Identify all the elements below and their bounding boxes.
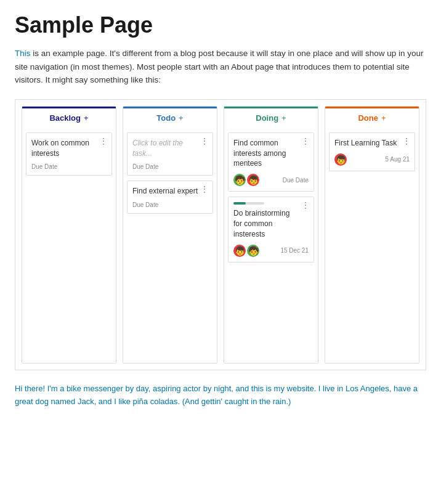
column-done-add[interactable]: + [381,113,386,123]
card-backlog-1-due: Due Date [31,163,57,170]
page-title: Sample Page [15,12,426,38]
kanban-board: Backlog + Work on common interests ⋮ Due… [15,99,426,370]
card-todo-1-title: Click to edit the task... [132,138,208,159]
card-done-1-date: 5 Aug 21 [386,156,410,163]
column-doing: Doing + Find common interests among ment… [224,106,318,364]
column-doing-label: Doing [256,113,278,123]
card-doing-1-menu[interactable]: ⋮ [301,137,310,145]
column-todo-body: Click to edit the task... ⋮ Due Date Fin… [123,128,217,363]
card-done-1[interactable]: First Learning Task ⋮ 👦 5 Aug 21 [329,132,415,171]
card-backlog-1-menu[interactable]: ⋮ [99,137,108,145]
card-todo-2-menu[interactable]: ⋮ [200,185,209,193]
card-doing-2-avatars: 👦 🧒 [233,245,259,257]
column-doing-header: Doing + [224,107,318,128]
card-done-1-footer: 👦 5 Aug 21 [334,153,410,166]
card-doing-2-progress-fill [233,202,246,205]
card-doing-2-menu[interactable]: ⋮ [301,201,310,209]
card-todo-2-footer: Due Date [132,201,208,208]
card-todo-1[interactable]: Click to edit the task... ⋮ Due Date [127,132,213,176]
column-todo-label: Todo [156,113,176,123]
card-todo-1-due: Due Date [132,163,158,170]
avatar-5: 👦 [334,153,347,166]
column-backlog-body: Work on common interests ⋮ Due Date [22,128,116,363]
card-done-1-menu[interactable]: ⋮ [402,137,411,145]
card-todo-1-footer: Due Date [132,163,208,170]
intro-text-body: is an example page. It's different from … [15,49,423,84]
card-todo-1-menu[interactable]: ⋮ [200,137,209,145]
card-doing-1[interactable]: Find common interests among mentees ⋮ 🧒 … [228,132,314,192]
card-todo-2-title: Find external expert [132,186,208,197]
card-doing-1-footer: 🧒 👦 Due Date [233,174,309,186]
avatar-1: 🧒 [233,174,246,186]
card-doing-2-title: Do brainstorming for common insterests [233,208,309,239]
avatar-3: 👦 [233,245,246,257]
card-backlog-1-title: Work on common interests [31,138,107,159]
intro-paragraph: This is an example page. It's different … [15,47,426,87]
card-todo-2[interactable]: Find external expert ⋮ Due Date [127,181,213,214]
card-doing-2-date: 15 Dec 21 [280,247,309,254]
intro-link[interactable]: This [15,49,31,58]
card-backlog-1[interactable]: Work on common interests ⋮ Due Date [26,132,112,176]
column-done: Done + First Learning Task ⋮ 👦 5 Aug 21 [325,106,419,364]
column-doing-body: Find common interests among mentees ⋮ 🧒 … [224,128,318,363]
column-todo: Todo + Click to edit the task... ⋮ Due D… [123,106,217,364]
card-doing-2-progress-bar [233,202,264,205]
column-todo-add[interactable]: + [179,113,184,123]
card-todo-2-due: Due Date [132,201,158,208]
card-doing-2-footer: 👦 🧒 15 Dec 21 [233,245,309,257]
card-done-1-avatars: 👦 [334,153,347,166]
column-doing-add[interactable]: + [281,113,286,123]
column-backlog-label: Backlog [49,113,81,123]
column-backlog: Backlog + Work on common interests ⋮ Due… [22,106,116,364]
card-doing-1-due: Due Date [283,177,309,184]
card-doing-1-title: Find common interests among mentees [233,138,309,169]
column-backlog-header: Backlog + [22,107,116,128]
column-todo-header: Todo + [123,107,217,128]
card-doing-1-avatars: 🧒 👦 [233,174,259,186]
avatar-2: 👦 [247,174,259,186]
card-doing-2[interactable]: Do brainstorming for common insterests ⋮… [228,197,314,262]
card-backlog-1-footer: Due Date [31,163,107,170]
card-done-1-title: First Learning Task [334,138,410,148]
column-backlog-add[interactable]: + [84,113,89,123]
column-done-label: Done [358,113,378,123]
footer-paragraph: Hi there! I'm a bike messenger by day, a… [15,383,426,408]
avatar-4: 🧒 [247,245,259,257]
column-done-body: First Learning Task ⋮ 👦 5 Aug 21 [325,128,419,363]
footer-hi-link[interactable]: Hi there! I'm a bike messenger by day, a… [15,384,418,406]
column-done-header: Done + [325,107,419,128]
